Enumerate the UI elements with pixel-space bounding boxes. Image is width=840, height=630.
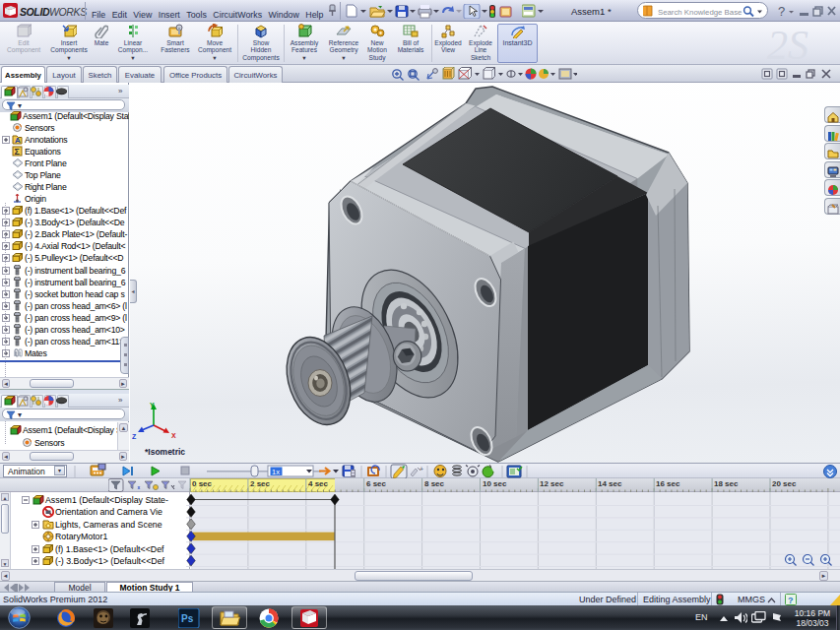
- svg-text:2S: 2S: [767, 24, 808, 65]
- svg-text:X: X: [171, 432, 176, 439]
- svg-text:+: +: [420, 466, 423, 472]
- svg-text:Σ: Σ: [15, 147, 21, 157]
- svg-text:?: ?: [778, 4, 785, 19]
- svg-text:?: ?: [788, 596, 794, 605]
- svg-text:Ps: Ps: [181, 613, 194, 624]
- svg-text:A: A: [15, 136, 21, 145]
- svg-text:Z: Z: [132, 433, 137, 440]
- svg-text:1x: 1x: [272, 468, 280, 476]
- svg-text:Y: Y: [150, 402, 155, 409]
